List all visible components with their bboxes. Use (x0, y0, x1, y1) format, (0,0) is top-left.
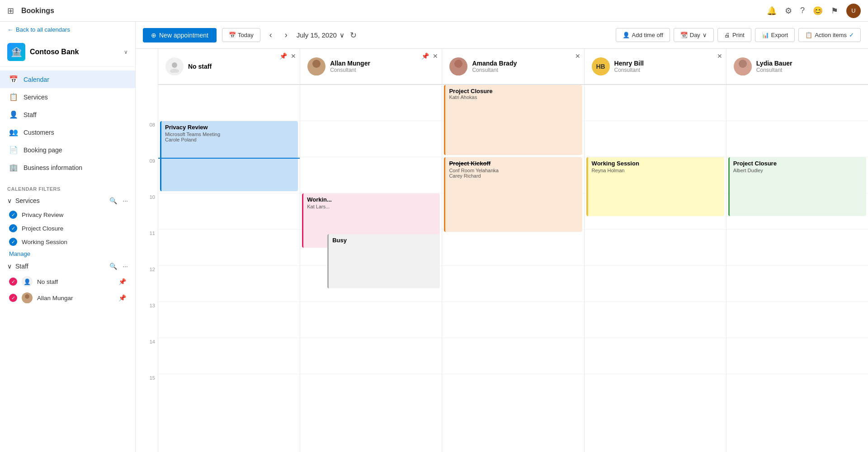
staff-group-chevron[interactable]: ∨ (7, 263, 12, 270)
allan-check: ✓ (9, 294, 17, 302)
privacy-review-check: ✓ (9, 211, 17, 219)
appt-project-kickoff[interactable]: Project Kickoff Conf Room Yelahanka Care… (444, 157, 582, 232)
services-group-chevron[interactable]: ∨ (7, 197, 12, 204)
services-filter-group: ∨ Services 🔍 ··· (0, 193, 135, 208)
staff-more-icon[interactable]: ··· (123, 263, 128, 270)
appt-subtitle: Conf Room Yelahanka (449, 168, 578, 173)
back-to-calendars[interactable]: ← Back to all calendars (0, 22, 135, 38)
sidebar-item-business-info[interactable]: 🏢 Business information (0, 159, 135, 176)
allan-close-button[interactable]: ✕ (433, 52, 438, 60)
lydia-info: Lydia Bauer Consultant (756, 60, 793, 73)
appt-privacy-review[interactable]: Privacy Review Microsoft Teams Meeting C… (160, 121, 298, 191)
org-name: Contoso Bank (30, 48, 79, 56)
appt-project-closure-amanda[interactable]: Project Closure Katri Ahokas (444, 85, 582, 155)
today-button[interactable]: 📅 Today (222, 28, 260, 42)
filter-section-header: CALENDAR FILTERS (0, 184, 135, 193)
appt-project-closure-lydia[interactable]: Project Closure Albert Dudley (728, 157, 866, 216)
org-section: 🏦 Contoso Bank ∨ (0, 38, 135, 67)
amanda-controls: ✕ (575, 52, 580, 60)
org-chevron-icon[interactable]: ∨ (124, 49, 128, 55)
date-chevron-icon: ∨ (340, 31, 344, 39)
appt-person: Katri Ahokas (449, 94, 578, 100)
flag-icon[interactable]: ⚑ (831, 6, 838, 16)
org-logo-icon: 🏦 (7, 43, 25, 61)
appt-working-session-henry[interactable]: Working Session Reyna Holman (586, 157, 724, 216)
no-staff-info: No staff (188, 63, 212, 70)
calendar-body-cols: Privacy Review Microsoft Teams Meeting C… (158, 85, 868, 452)
filter-staff-allan[interactable]: ✓ Allan Mungar 📌 (0, 290, 135, 306)
action-items-button[interactable]: 📋 Action items ✓ (798, 28, 861, 42)
henry-close-button[interactable]: ✕ (717, 52, 722, 60)
action-check-icon: ✓ (849, 32, 854, 38)
back-arrow-icon: ← (7, 26, 13, 33)
henry-header-avatar: HB (592, 57, 610, 75)
working-session-check: ✓ (9, 238, 17, 246)
services-more-icon[interactable]: ··· (123, 197, 128, 204)
new-appointment-button[interactable]: ⊕ New appointment (143, 28, 217, 42)
print-button[interactable]: 🖨 Print (717, 28, 751, 42)
allan-info: Allan Munger Consultant (330, 60, 370, 73)
no-staff-close-button[interactable]: ✕ (291, 52, 296, 60)
business-info-nav-icon: 🏢 (9, 163, 18, 172)
filter-item-privacy-review[interactable]: ✓ Privacy Review (0, 208, 135, 221)
staff-col-henry: ✕ HB Henry Bill Consultant (585, 49, 726, 84)
day-view-button[interactable]: 📆 Day ∨ (674, 28, 714, 42)
staff-search-icon[interactable]: 🔍 (109, 263, 117, 270)
sidebar-item-customers[interactable]: 👥 Customers (0, 123, 135, 141)
time-off-icon: 👤 (623, 32, 630, 38)
export-button[interactable]: 📊 Export (755, 28, 795, 42)
settings-icon[interactable]: ⚙ (785, 6, 792, 16)
svg-point-5 (310, 69, 323, 75)
staff-col-lydia: Lydia Bauer Consultant (726, 49, 868, 84)
time-labels: 08 09 10 11 12 13 14 15 (136, 49, 158, 452)
date-display[interactable]: July 15, 2020 ∨ (297, 31, 344, 39)
next-day-button[interactable]: › (281, 28, 291, 42)
appt-busy[interactable]: Busy (327, 234, 440, 288)
booking-page-nav-icon: 📄 (9, 146, 18, 154)
user-avatar[interactable]: U (846, 4, 861, 18)
sidebar-item-staff[interactable]: 👤 Staff (0, 106, 135, 123)
project-closure-check: ✓ (9, 224, 17, 232)
export-icon: 📊 (762, 32, 769, 38)
notification-icon[interactable]: 🔔 (767, 6, 777, 16)
time-14: 14 (136, 338, 158, 374)
plus-icon: ⊕ (151, 32, 156, 39)
appt-person: Carole Poland (165, 137, 294, 142)
svg-point-2 (172, 62, 177, 68)
toolbar-right: 👤 Add time off 📆 Day ∨ 🖨 Print 📊 Export (616, 28, 861, 42)
services-search-icon[interactable]: 🔍 (109, 197, 117, 204)
col-lydia: Project Closure Albert Dudley (726, 85, 868, 452)
refresh-button[interactable]: ↻ (350, 30, 357, 40)
no-staff-pin-button[interactable]: 📌 (279, 52, 287, 60)
customers-nav-icon: 👥 (9, 128, 18, 137)
waffle-icon[interactable]: ⊞ (7, 6, 14, 16)
sidebar-item-services[interactable]: 📋 Services (0, 88, 135, 106)
calendar-nav-icon: 📅 (9, 75, 18, 84)
feedback-icon[interactable]: 😊 (813, 6, 823, 16)
allan-controls: 📌 ✕ (421, 52, 438, 60)
svg-point-1 (23, 299, 31, 303)
services-nav-icon: 📋 (9, 93, 18, 101)
lydia-header-avatar (734, 57, 752, 75)
top-bar-icons: 🔔 ⚙ ? 😊 ⚑ U (767, 4, 861, 18)
amanda-close-button[interactable]: ✕ (575, 52, 580, 60)
svg-point-4 (312, 60, 321, 68)
amanda-info: Amanda Brady Consultant (472, 60, 517, 73)
help-icon[interactable]: ? (800, 6, 805, 15)
filter-item-project-closure[interactable]: ✓ Project Closure (0, 221, 135, 235)
svg-point-3 (170, 69, 179, 73)
time-11: 11 (136, 230, 158, 266)
allan-pin-button[interactable]: 📌 (421, 52, 429, 60)
filter-item-working-session[interactable]: ✓ Working Session (0, 235, 135, 249)
amanda-header-avatar (449, 57, 467, 75)
manage-services-link[interactable]: Manage (0, 249, 135, 259)
prev-day-button[interactable]: ‹ (266, 28, 276, 42)
top-bar: ⊞ Bookings 🔔 ⚙ ? 😊 ⚑ U (0, 0, 868, 22)
content-area: ⊕ New appointment 📅 Today ‹ › July 15, 2… (136, 22, 868, 452)
sidebar-item-calendar[interactable]: 📅 Calendar (0, 71, 135, 88)
filter-staff-no-staff[interactable]: ✓ 👤 No staff 📌 (0, 273, 135, 290)
sidebar-item-booking-page[interactable]: 📄 Booking page (0, 141, 135, 159)
allan-pin-icon: 📌 (118, 294, 126, 301)
add-time-off-button[interactable]: 👤 Add time off (616, 28, 670, 42)
svg-point-6 (454, 60, 462, 68)
